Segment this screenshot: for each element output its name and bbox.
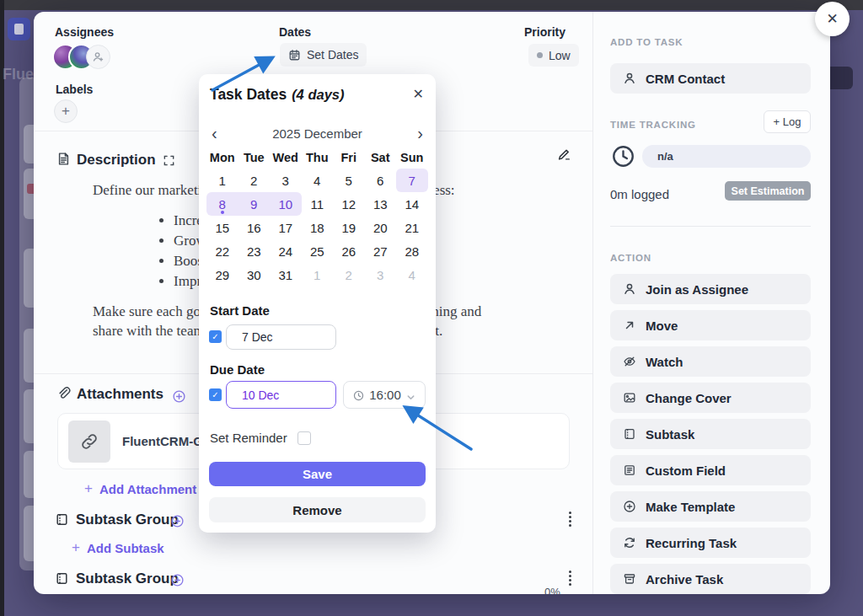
action-label: Recurring Task: [646, 536, 737, 550]
due-date-checkbox[interactable]: ✓: [209, 388, 222, 401]
calendar-day[interactable]: 2: [239, 169, 271, 192]
set-dates-button[interactable]: Set Dates: [280, 43, 367, 67]
start-date-label: Start Date: [210, 303, 270, 318]
add-attachment-circle-button[interactable]: [172, 389, 186, 404]
arrow-up-right-icon: [623, 319, 636, 332]
calendar-day[interactable]: 24: [270, 239, 302, 263]
action-watch[interactable]: Watch: [610, 346, 811, 377]
action-join-as-assignee[interactable]: Join as Assignee: [610, 274, 811, 304]
calendar-day[interactable]: 31: [270, 263, 302, 287]
start-date-checkbox[interactable]: ✓: [209, 330, 222, 343]
calendar-day[interactable]: 23: [239, 239, 271, 263]
calendar-day[interactable]: 8: [206, 192, 239, 216]
close-icon: ✕: [826, 10, 838, 28]
calendar-day[interactable]: 12: [333, 192, 365, 216]
time-tracking-heading: TIME TRACKING: [610, 120, 696, 130]
calendar-day[interactable]: 20: [365, 216, 397, 239]
log-time-button[interactable]: + Log: [764, 110, 811, 133]
calendar-day[interactable]: 6: [365, 169, 397, 192]
person-plus-icon: [92, 51, 105, 63]
expand-icon[interactable]: [163, 154, 175, 167]
calendar-nav: ‹ 2025 December ›: [207, 125, 427, 142]
prev-month-button[interactable]: ‹: [207, 126, 222, 140]
subtask-group-title: Subtask Group: [76, 512, 179, 528]
action-subtask[interactable]: Subtask: [610, 419, 811, 449]
remove-button[interactable]: Remove: [209, 497, 426, 522]
due-time-select[interactable]: 16:00: [343, 381, 426, 409]
calendar-day[interactable]: 28: [396, 239, 428, 263]
due-date-input[interactable]: 10 Dec: [226, 381, 336, 409]
action-custom-field[interactable]: Custom Field: [610, 455, 811, 485]
calendar-day[interactable]: 14: [396, 192, 428, 216]
calendar-day[interactable]: 11: [302, 192, 334, 216]
calendar-day[interactable]: 26: [333, 239, 365, 263]
person-icon: [623, 72, 636, 85]
modal-close-button[interactable]: ✕: [815, 2, 850, 36]
calendar-day[interactable]: 15: [206, 216, 239, 239]
calendar-day[interactable]: 10: [270, 192, 302, 216]
calendar-weekday-row: MonTueWedThuFriSatSun: [206, 150, 428, 165]
task-dates-popup: Task Dates (4 days) ✕ ‹ 2025 December › …: [199, 74, 436, 533]
kebab-menu-icon[interactable]: [563, 570, 576, 586]
calendar-day[interactable]: 22: [206, 239, 239, 263]
save-button[interactable]: Save: [209, 462, 426, 486]
add-attachment-link[interactable]: + Add Attachment: [84, 480, 196, 497]
calendar-day[interactable]: 17: [270, 216, 302, 239]
close-icon[interactable]: ✕: [413, 86, 424, 102]
popup-title: Task Dates: [210, 86, 287, 104]
plus-circle-icon: [623, 500, 636, 513]
action-change-cover[interactable]: Change Cover: [610, 383, 811, 413]
calendar-day[interactable]: 7: [396, 169, 428, 192]
check-icon: ✓: [212, 332, 218, 341]
calendar-day[interactable]: 3: [270, 169, 302, 192]
calendar-day[interactable]: 4: [396, 263, 428, 287]
calendar-grid: 1234567891011121314151617181920212223242…: [206, 169, 428, 287]
action-archive-task[interactable]: Archive Task: [610, 564, 811, 594]
kebab-menu-icon[interactable]: [563, 512, 576, 527]
set-estimation-button[interactable]: Set Estimation: [725, 181, 811, 201]
calendar-day[interactable]: 21: [396, 216, 428, 239]
add-assignee-button[interactable]: [86, 45, 110, 69]
action-label: Move: [646, 319, 678, 333]
add-subtask-link[interactable]: + Add Subtask: [72, 539, 164, 556]
calendar-day[interactable]: 9: [239, 192, 271, 216]
start-date-input[interactable]: 7 Dec: [226, 324, 336, 350]
add-subtask-circle-button[interactable]: [170, 573, 185, 587]
action-label: Make Template: [646, 500, 735, 514]
crm-contact-button[interactable]: CRM Contact: [610, 63, 811, 94]
calendar-day[interactable]: 19: [333, 216, 365, 239]
calendar-day[interactable]: 27: [365, 239, 397, 263]
time-logged: 0m logged: [610, 187, 669, 201]
custom-field-icon: [623, 463, 636, 477]
action-recurring-task[interactable]: Recurring Task: [610, 528, 811, 558]
calendar-day[interactable]: 5: [333, 169, 365, 192]
action-make-template[interactable]: Make Template: [610, 491, 811, 522]
calendar-day[interactable]: 16: [239, 216, 271, 239]
add-label-button[interactable]: +: [54, 99, 78, 123]
next-month-button[interactable]: ›: [413, 126, 427, 140]
clock-icon: [353, 389, 364, 400]
calendar-day[interactable]: 4: [302, 169, 334, 192]
set-reminder-checkbox[interactable]: [297, 431, 311, 445]
action-move[interactable]: Move: [610, 310, 811, 340]
priority-badge[interactable]: Low: [528, 44, 579, 67]
calendar-day[interactable]: 1: [206, 169, 239, 192]
calendar-day[interactable]: 2: [333, 263, 365, 287]
calendar-day[interactable]: 25: [302, 239, 334, 263]
calendar-day[interactable]: 13: [365, 192, 397, 216]
browser-topbar: [0, 0, 863, 10]
calendar-day[interactable]: 29: [206, 263, 239, 287]
pencil-edit-icon[interactable]: [557, 147, 571, 161]
add-subtask-circle-button[interactable]: [170, 514, 185, 528]
action-label: Archive Task: [646, 572, 723, 587]
chevron-down-icon: [406, 390, 415, 399]
action-label: Custom Field: [646, 463, 726, 478]
subtask-icon: [623, 427, 636, 441]
calendar-day[interactable]: 18: [302, 216, 334, 239]
set-dates-label: Set Dates: [307, 48, 358, 62]
calendar-day[interactable]: 1: [302, 263, 334, 287]
calendar-day[interactable]: 3: [365, 263, 397, 287]
assignee-avatars: [52, 43, 110, 70]
calendar-day[interactable]: 30: [239, 263, 271, 287]
action-label: Join as Assignee: [646, 282, 748, 297]
